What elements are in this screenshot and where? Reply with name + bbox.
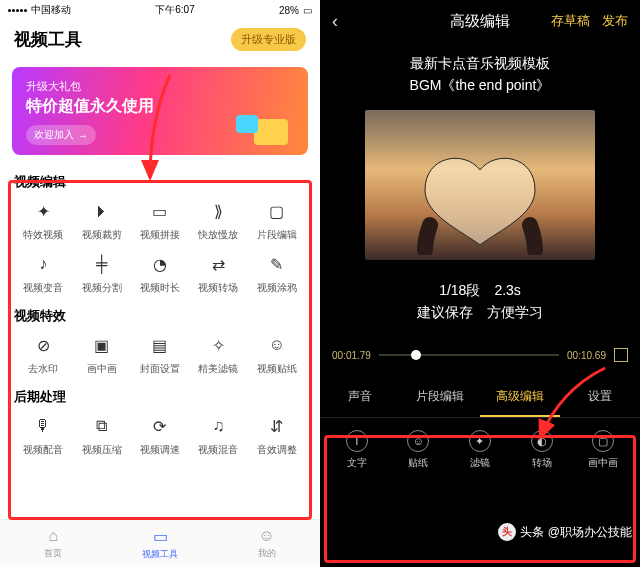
tool-item[interactable]: ╪视频分割 <box>72 252 130 295</box>
tab-settings[interactable]: 设置 <box>560 378 640 417</box>
tool-item[interactable]: ✎视频涂鸦 <box>248 252 306 295</box>
tool-icon: ⏵ <box>90 199 114 223</box>
tool-label: 封面设置 <box>140 362 180 376</box>
tool-icon: ▭ <box>148 199 172 223</box>
tool-label: 画中画 <box>87 362 117 376</box>
editor-tool-label: 文字 <box>347 456 367 470</box>
editor-tool-label: 转场 <box>532 456 552 470</box>
tool-item[interactable]: ☺视频贴纸 <box>248 333 306 376</box>
publish-button[interactable]: 发布 <box>602 12 628 30</box>
editor-tool-item[interactable]: ▢画中画 <box>572 430 634 470</box>
right-phone: ‹ 高级编辑 存草稿 发布 最新卡点音乐视频模板 BGM《the end poi… <box>320 0 640 567</box>
page-title: 视频工具 <box>14 28 82 51</box>
tool-item[interactable]: ♪视频变音 <box>14 252 72 295</box>
tool-label: 视频贴纸 <box>257 362 297 376</box>
tool-icon: ⇄ <box>206 252 230 276</box>
timeline-track[interactable] <box>379 354 559 356</box>
editor-tool-label: 画中画 <box>588 456 618 470</box>
promo-decoration <box>226 97 296 147</box>
editor-tool-label: 滤镜 <box>470 456 490 470</box>
tool-item[interactable]: ⧉视频压缩 <box>72 414 130 457</box>
time-start: 00:01.79 <box>332 350 371 361</box>
tool-item[interactable]: ⇵音效调整 <box>248 414 306 457</box>
segment-label: 1/18段 <box>439 282 480 298</box>
tool-icon: ▣ <box>90 333 114 357</box>
battery-pct: 28% <box>279 5 299 16</box>
carrier: 中国移动 <box>31 3 71 17</box>
tool-label: 特效视频 <box>23 228 63 242</box>
battery-icon: ▭ <box>303 5 312 16</box>
tool-icon: ⟳ <box>148 414 172 438</box>
tool-item[interactable]: ✦特效视频 <box>14 199 72 242</box>
tool-icon: 🎙 <box>31 414 55 438</box>
page-header: 视频工具 升级专业版 <box>0 20 320 59</box>
tool-label: 视频混音 <box>198 443 238 457</box>
tool-item[interactable]: ♫视频混音 <box>189 414 247 457</box>
tab-sound[interactable]: 声音 <box>320 378 400 417</box>
tool-item[interactable]: ✧精美滤镜 <box>189 333 247 376</box>
tab-advanced-edit[interactable]: 高级编辑 <box>480 378 560 417</box>
tool-item[interactable]: ▭视频拼接 <box>131 199 189 242</box>
promo-banner[interactable]: 升级大礼包 特价超值永久使用 欢迎加入 → <box>12 67 308 155</box>
tool-label: 视频变音 <box>23 281 63 295</box>
save-draft-button[interactable]: 存草稿 <box>551 12 590 30</box>
upgrade-pro-button[interactable]: 升级专业版 <box>231 28 306 51</box>
tool-item[interactable]: ◔视频时长 <box>131 252 189 295</box>
tab-video-tools[interactable]: ▭视频工具 <box>107 520 214 567</box>
tool-icon: ▢ <box>265 199 289 223</box>
tool-icon: ♫ <box>206 414 230 438</box>
tab-home[interactable]: ⌂首页 <box>0 520 107 567</box>
promo-join-button[interactable]: 欢迎加入 → <box>26 125 96 145</box>
tool-item[interactable]: ⇄视频转场 <box>189 252 247 295</box>
section-post: 后期处理 🎙视频配音⧉视频压缩⟳视频调速♫视频混音⇵音效调整 <box>0 378 320 459</box>
watermark: 头 头条 @职场办公技能 <box>498 523 632 541</box>
left-phone: 中国移动 下午6:07 28%▭ 视频工具 升级专业版 升级大礼包 特价超值永久… <box>0 0 320 567</box>
tool-icon: ✧ <box>206 333 230 357</box>
section-video-edit: 视频编辑 ✦特效视频⏵视频裁剪▭视频拼接⟫快放慢放▢片段编辑♪视频变音╪视频分割… <box>0 163 320 297</box>
template-title: 最新卡点音乐视频模板 BGM《the end point》 <box>320 52 640 96</box>
tool-item[interactable]: ▢片段编辑 <box>248 199 306 242</box>
tip-learn: 方便学习 <box>487 304 543 320</box>
tool-icon: ⇵ <box>265 414 289 438</box>
tool-item[interactable]: ⏵视频裁剪 <box>72 199 130 242</box>
tool-item[interactable]: ▤封面设置 <box>131 333 189 376</box>
editor-tool-icon: ▢ <box>592 430 614 452</box>
tool-item[interactable]: ⟳视频调速 <box>131 414 189 457</box>
video-preview[interactable] <box>365 110 595 260</box>
editor-tool-icon: T <box>346 430 368 452</box>
editor-tools: T文字☺贴纸✦滤镜◐转场▢画中画 <box>320 418 640 482</box>
timeline-knob[interactable] <box>411 350 421 360</box>
editor-tool-item[interactable]: ◐转场 <box>511 430 573 470</box>
profile-icon: ☺ <box>259 527 275 545</box>
tab-mine[interactable]: ☺我的 <box>213 520 320 567</box>
tool-icon: ♪ <box>31 252 55 276</box>
clip-meta: 1/18段2.3s 建议保存方便学习 <box>320 282 640 322</box>
editor-tool-item[interactable]: ☺贴纸 <box>388 430 450 470</box>
tool-label: 去水印 <box>28 362 58 376</box>
tip-save: 建议保存 <box>417 304 473 320</box>
section-video-fx: 视频特效 ⊘去水印▣画中画▤封面设置✧精美滤镜☺视频贴纸 <box>0 297 320 378</box>
tool-item[interactable]: 🎙视频配音 <box>14 414 72 457</box>
tool-item[interactable]: ⟫快放慢放 <box>189 199 247 242</box>
editor-header: ‹ 高级编辑 存草稿 发布 <box>320 0 640 42</box>
tool-label: 视频分割 <box>82 281 122 295</box>
tool-item[interactable]: ⊘去水印 <box>14 333 72 376</box>
tab-segment-edit[interactable]: 片段编辑 <box>400 378 480 417</box>
tool-icon: ⟫ <box>206 199 230 223</box>
tool-item[interactable]: ▣画中画 <box>72 333 130 376</box>
tool-label: 视频裁剪 <box>82 228 122 242</box>
status-bar: 中国移动 下午6:07 28%▭ <box>0 0 320 20</box>
section-title: 视频编辑 <box>14 173 306 191</box>
fullscreen-icon[interactable] <box>614 348 628 362</box>
editor-tabs: 声音 片段编辑 高级编辑 设置 <box>320 378 640 418</box>
editor-tool-item[interactable]: ✦滤镜 <box>449 430 511 470</box>
tool-label: 视频转场 <box>198 281 238 295</box>
tool-icon: ▤ <box>148 333 172 357</box>
tool-label: 视频压缩 <box>82 443 122 457</box>
tool-label: 视频涂鸦 <box>257 281 297 295</box>
section-title: 后期处理 <box>14 388 306 406</box>
arrow-right-icon: → <box>78 130 88 141</box>
editor-tool-item[interactable]: T文字 <box>326 430 388 470</box>
video-icon: ▭ <box>153 527 168 546</box>
tool-icon: ☺ <box>265 333 289 357</box>
